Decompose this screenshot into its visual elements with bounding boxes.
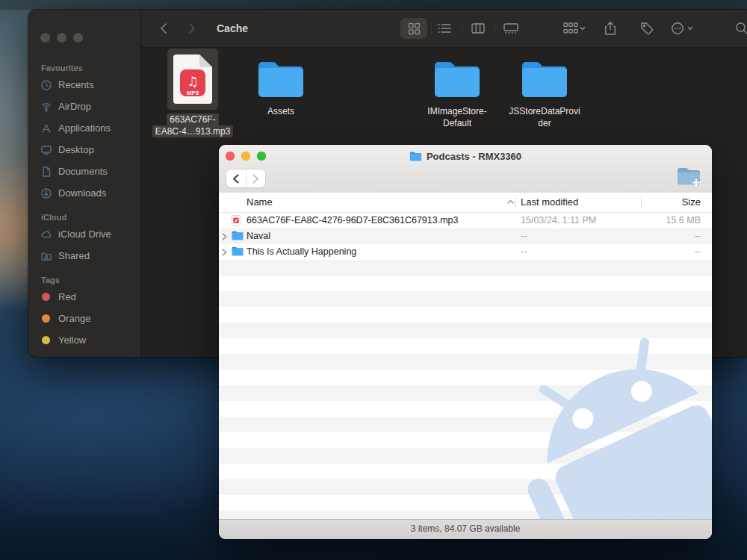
icon-view-icon (408, 22, 421, 35)
new-folder-icon (676, 167, 701, 187)
column-last-modified[interactable]: Last modified (521, 196, 578, 208)
folder-jsstoredataprovider[interactable]: JSStoreDataProvi der (501, 49, 588, 129)
menu-bar-area (0, 0, 747, 10)
sidebar-section-icloud: iCloud (41, 213, 140, 222)
applications-icon (40, 122, 52, 134)
sidebar-item-recents[interactable]: Recents (28, 74, 140, 96)
sidebar-item-applications[interactable]: Applications (28, 117, 140, 139)
column-view-button[interactable] (467, 22, 489, 34)
search-icon (735, 22, 747, 35)
airdrop-icon (40, 101, 52, 113)
transfer-titlebar[interactable]: Podcasts - RMX3360 (219, 145, 712, 193)
mp3-file-icon (232, 215, 241, 226)
disclosure-triangle-icon[interactable] (222, 233, 227, 240)
list-view-button[interactable] (433, 22, 456, 34)
table-row-mp3[interactable]: 663AC76F-EA8C-4276-96D7-E8C361C67913.mp3… (219, 213, 712, 228)
tag-icon (640, 22, 654, 35)
column-name[interactable]: Name (247, 196, 273, 208)
cloud-icon (40, 228, 52, 240)
file-label: 663AC76F- EA8C-4…913.mp3 (149, 113, 236, 137)
blue-folder-icon (409, 152, 422, 161)
finder-window-title: Cache (217, 22, 248, 34)
shared-folder-icon (40, 250, 52, 262)
folder-icon (232, 231, 244, 240)
sort-ascending-icon (507, 199, 514, 204)
icon-view-button[interactable] (400, 18, 427, 39)
folder-imimagestore[interactable]: IMImageStore- Default (414, 49, 500, 129)
sidebar-section-favourites: Favourites (41, 63, 140, 72)
folder-modified: -- (521, 246, 527, 257)
finder-sidebar: Favourites Recents AirDrop Applications … (28, 10, 141, 357)
forward-button[interactable] (247, 169, 266, 187)
column-size[interactable]: Size (682, 196, 701, 208)
forward-button[interactable] (184, 22, 200, 35)
chevron-left-icon (232, 174, 239, 184)
share-button[interactable] (600, 21, 621, 37)
file-list: 663AC76F-EA8C-4276-96D7-E8C361C67913.mp3… (219, 213, 712, 520)
gallery-view-button[interactable] (499, 22, 523, 34)
desktop-icon (40, 144, 52, 156)
sidebar-item-desktop[interactable]: Desktop (28, 139, 140, 161)
group-by-icon (563, 22, 586, 34)
list-view-icon (438, 23, 451, 34)
folder-icon (433, 60, 481, 99)
folder-label: JSStoreDataProvi der (501, 105, 588, 129)
back-button[interactable] (226, 169, 246, 187)
transfer-window-title-row: Podcasts - RMX3360 (264, 151, 667, 162)
more-options-button[interactable] (666, 21, 698, 36)
document-icon (40, 166, 52, 178)
chevron-left-icon (160, 22, 167, 34)
minimize-button[interactable] (57, 33, 66, 43)
transfer-window-title: Podcasts - RMX3360 (427, 151, 521, 162)
file-transfer-window: Podcasts - RMX3360 Name Last modifie (219, 145, 712, 539)
music-note-icon: ♫ (187, 74, 198, 89)
tag-button[interactable] (636, 21, 658, 36)
file-size: 15.6 MB (666, 215, 701, 225)
file-name: 663AC76F-EA8C-4276-96D7-E8C361C67913.mp3 (247, 215, 459, 225)
list-column-header: Name Last modified Size (219, 193, 712, 213)
mp3-file-icon: ♫ MP3 (173, 55, 212, 104)
new-folder-button[interactable] (676, 167, 701, 190)
search-button[interactable] (731, 21, 747, 36)
share-icon (604, 22, 616, 36)
table-row-this-is-actually-happening[interactable]: This Is Actually Happening -- -- (219, 244, 712, 260)
chevron-right-icon (188, 22, 196, 34)
column-divider[interactable] (641, 196, 642, 208)
folder-name: Naval (247, 231, 270, 241)
clock-icon (40, 79, 52, 91)
finder-toolbar: Cache (141, 10, 747, 48)
folder-name: This Is Actually Happening (247, 246, 356, 257)
zoom-button[interactable] (73, 33, 83, 43)
sidebar-item-tag-red[interactable]: Red (28, 286, 140, 308)
sidebar-item-shared[interactable]: Shared (28, 245, 140, 267)
folder-icon (232, 246, 244, 256)
orange-tag-dot (42, 314, 50, 323)
folder-icon (521, 60, 568, 99)
more-options-icon (671, 22, 693, 35)
folder-label: IMImageStore- Default (414, 105, 500, 129)
folder-assets[interactable]: Assets (238, 49, 324, 117)
yellow-tag-dot (42, 336, 50, 344)
group-by-button[interactable] (559, 22, 590, 35)
download-circle-icon (40, 187, 52, 199)
chevron-right-icon (252, 174, 259, 184)
sidebar-item-airdrop[interactable]: AirDrop (28, 96, 140, 117)
android-robot-watermark (487, 312, 712, 520)
sidebar-item-documents[interactable]: Documents (28, 161, 140, 182)
sidebar-item-tag-yellow[interactable]: Yellow (28, 329, 140, 351)
close-button[interactable] (40, 33, 50, 43)
close-button[interactable] (226, 152, 235, 161)
finder-traffic-lights (40, 33, 83, 43)
file-mp3[interactable]: ♫ MP3 663AC76F- EA8C-4…913.mp3 (149, 49, 236, 137)
folder-icon (257, 60, 305, 99)
column-divider[interactable] (515, 196, 516, 208)
minimize-button[interactable] (241, 152, 250, 161)
back-button[interactable] (155, 22, 172, 35)
folder-size: -- (695, 231, 701, 241)
sidebar-item-downloads[interactable]: Downloads (28, 182, 140, 204)
red-tag-dot (42, 293, 50, 301)
sidebar-item-icloud-drive[interactable]: iCloud Drive (28, 223, 140, 245)
disclosure-triangle-icon[interactable] (222, 249, 227, 256)
table-row-naval[interactable]: Naval -- -- (219, 228, 712, 244)
sidebar-item-tag-orange[interactable]: Orange (28, 308, 140, 329)
